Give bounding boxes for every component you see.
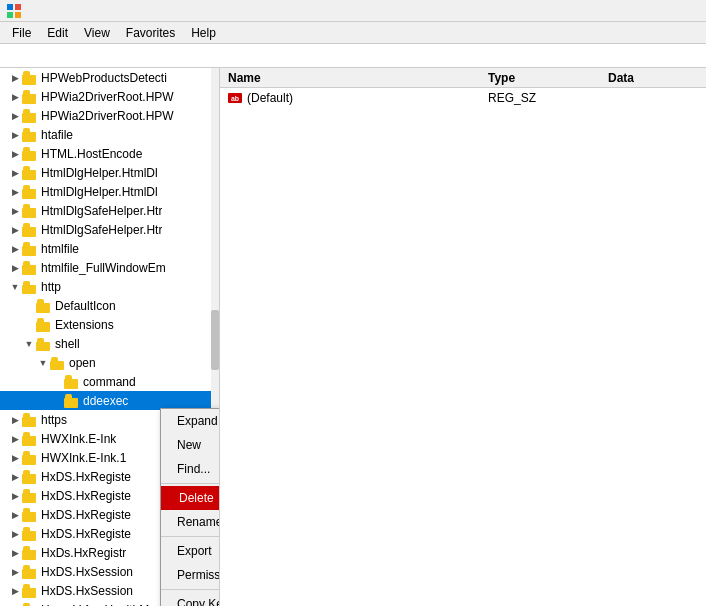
expand-icon[interactable] xyxy=(22,299,36,313)
expand-icon[interactable]: ▶ xyxy=(8,261,22,275)
tree-item[interactable]: ▶HPWia2DriverRoot.HPW xyxy=(0,106,219,125)
folder-icon xyxy=(22,166,38,180)
menu-edit[interactable]: Edit xyxy=(39,24,76,42)
tree-item[interactable]: ▼http xyxy=(0,277,219,296)
scrollbar-thumb[interactable] xyxy=(211,310,219,370)
collapse-icon[interactable]: ▼ xyxy=(22,337,36,351)
expand-icon[interactable]: ▶ xyxy=(8,71,22,85)
tree-item-label: htafile xyxy=(41,128,73,142)
folder-icon xyxy=(36,318,52,332)
expand-icon[interactable]: ▶ xyxy=(8,432,22,446)
expand-icon[interactable]: ▶ xyxy=(8,147,22,161)
tree-item[interactable]: ▶HtmlDlgHelper.HtmlDl xyxy=(0,182,219,201)
main-content: ▶HPWebProductsDetecti▶HPWia2DriverRoot.H… xyxy=(0,68,706,606)
context-menu-item-new[interactable]: New▶ xyxy=(161,433,220,457)
tree-item[interactable]: ▶HtmlDlgSafeHelper.Htr xyxy=(0,220,219,239)
tree-item-label: HyperV.AppHealthMon xyxy=(41,603,163,607)
tree-item[interactable]: ▼open xyxy=(0,353,219,372)
expand-icon[interactable] xyxy=(50,375,64,389)
tree-item[interactable]: ▶HtmlDlgSafeHelper.Htr xyxy=(0,201,219,220)
expand-icon[interactable]: ▶ xyxy=(8,128,22,142)
svg-rect-0 xyxy=(7,4,13,10)
tree-item[interactable]: Extensions xyxy=(0,315,219,334)
tree-item-label: http xyxy=(41,280,61,294)
expand-icon[interactable]: ▶ xyxy=(8,223,22,237)
expand-icon[interactable]: ▶ xyxy=(8,584,22,598)
tree-item-label: HxDS.HxRegiste xyxy=(41,527,131,541)
registry-row[interactable]: ab(Default)REG_SZ xyxy=(220,88,706,108)
menu-view[interactable]: View xyxy=(76,24,118,42)
folder-icon xyxy=(22,432,38,446)
expand-icon[interactable]: ▶ xyxy=(8,109,22,123)
collapse-icon[interactable]: ▼ xyxy=(36,356,50,370)
folder-icon xyxy=(22,242,38,256)
context-menu-item-copykey[interactable]: Copy Key Name xyxy=(161,592,220,606)
tree-item-label: HWXInk.E-Ink.1 xyxy=(41,451,126,465)
tree-item[interactable]: ▶HtmlDlgHelper.HtmlDl xyxy=(0,163,219,182)
tree-item-label: HtmlDlgSafeHelper.Htr xyxy=(41,204,162,218)
address-bar xyxy=(0,44,706,68)
tree-item-label: HtmlDlgHelper.HtmlDl xyxy=(41,166,158,180)
tree-item-label: HxDs.HxRegistr xyxy=(41,546,126,560)
title-bar xyxy=(0,0,706,22)
tree-item-label: HPWia2DriverRoot.HPW xyxy=(41,90,174,104)
folder-icon xyxy=(22,584,38,598)
expand-icon[interactable]: ▶ xyxy=(8,242,22,256)
expand-icon[interactable]: ▶ xyxy=(8,489,22,503)
context-menu-item-export[interactable]: Export xyxy=(161,539,220,563)
context-menu-item-permissions[interactable]: Permissions... xyxy=(161,563,220,587)
cell-name: ab(Default) xyxy=(220,91,480,105)
tree-item-label: HxDS.HxRegiste xyxy=(41,470,131,484)
context-menu-item-find[interactable]: Find... xyxy=(161,457,220,481)
tree-item[interactable]: ▶HTML.HostEncode xyxy=(0,144,219,163)
expand-icon[interactable]: ▶ xyxy=(8,451,22,465)
tree-item-label: HPWia2DriverRoot.HPW xyxy=(41,109,174,123)
expand-icon[interactable]: ▶ xyxy=(8,185,22,199)
expand-icon[interactable]: ▶ xyxy=(8,527,22,541)
expand-icon[interactable] xyxy=(50,394,64,408)
tree-item[interactable]: ▼shell xyxy=(0,334,219,353)
tree-item[interactable]: ▶htafile xyxy=(0,125,219,144)
context-menu-item-delete[interactable]: Delete↖ xyxy=(161,486,220,510)
expand-icon[interactable]: ▶ xyxy=(8,166,22,180)
tree-item-label: HxDS.HxRegiste xyxy=(41,489,131,503)
tree-item-label: htmlfile_FullWindowEm xyxy=(41,261,166,275)
ab-icon: ab xyxy=(228,93,242,103)
tree-item[interactable]: command xyxy=(0,372,219,391)
menu-separator xyxy=(161,536,220,537)
menu-file[interactable]: File xyxy=(4,24,39,42)
tree-item[interactable]: ▶htmlfile xyxy=(0,239,219,258)
tree-item-label: HxDS.HxSession xyxy=(41,584,133,598)
tree-item-label: HPWebProductsDetecti xyxy=(41,71,167,85)
menu-help[interactable]: Help xyxy=(183,24,224,42)
collapse-icon[interactable]: ▼ xyxy=(8,280,22,294)
folder-icon xyxy=(22,185,38,199)
app-icon xyxy=(6,3,22,19)
tree-item-label: https xyxy=(41,413,67,427)
expand-icon[interactable]: ▶ xyxy=(8,565,22,579)
folder-icon xyxy=(22,90,38,104)
folder-icon xyxy=(22,261,38,275)
tree-item[interactable]: ▶HPWebProductsDetecti xyxy=(0,68,219,87)
context-menu-item-rename[interactable]: Rename xyxy=(161,510,220,534)
menu-favorites[interactable]: Favorites xyxy=(118,24,183,42)
expand-icon[interactable]: ▶ xyxy=(8,546,22,560)
expand-icon[interactable]: ▶ xyxy=(8,90,22,104)
tree-item[interactable]: ▶htmlfile_FullWindowEm xyxy=(0,258,219,277)
expand-icon[interactable]: ▶ xyxy=(8,413,22,427)
expand-icon[interactable] xyxy=(22,318,36,332)
expand-icon[interactable]: ▶ xyxy=(8,603,22,607)
expand-icon[interactable]: ▶ xyxy=(8,508,22,522)
folder-icon xyxy=(22,413,38,427)
folder-icon xyxy=(22,223,38,237)
tree-panel: ▶HPWebProductsDetecti▶HPWia2DriverRoot.H… xyxy=(0,68,220,606)
expand-icon[interactable]: ▶ xyxy=(8,204,22,218)
col-header-data: Data xyxy=(600,68,706,87)
context-menu-item-expand[interactable]: Expand xyxy=(161,409,220,433)
folder-icon xyxy=(22,128,38,142)
tree-item[interactable]: DefaultIcon xyxy=(0,296,219,315)
tree-item[interactable]: ▶HPWia2DriverRoot.HPW xyxy=(0,87,219,106)
folder-icon xyxy=(64,375,80,389)
expand-icon[interactable]: ▶ xyxy=(8,470,22,484)
menu-bar: FileEditViewFavoritesHelp xyxy=(0,22,706,44)
